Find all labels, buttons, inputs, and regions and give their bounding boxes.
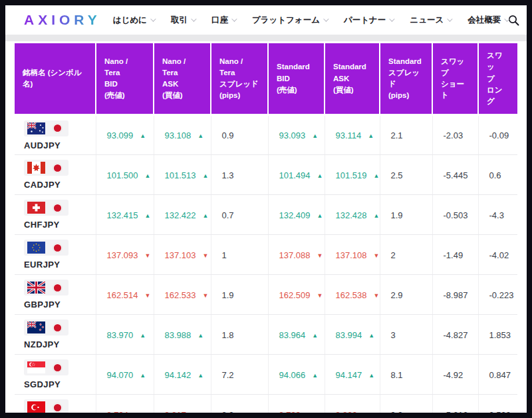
flag-jp-icon [53, 363, 63, 373]
value-cell: 0.847 [478, 355, 517, 395]
price-value: 83.964 [279, 330, 306, 340]
price-value: 8.729 [279, 410, 301, 413]
nav-item-label: 口座 [211, 15, 228, 26]
nav-item-2[interactable]: 取引 [171, 15, 195, 26]
cell-value: 0.6 [489, 170, 501, 180]
value-cell: 2.9 [380, 275, 432, 315]
value-cell: 1 [211, 235, 268, 275]
table-header-row: 銘柄名 (シンボル 名)Nano / Tera BID (売値)Nano / T… [15, 43, 517, 115]
value-cell: 1.853 [478, 315, 517, 355]
down-arrow-icon: ▼ [193, 412, 199, 413]
value-cell: -5.445 [432, 155, 478, 195]
price-cell: 8.817▼ [154, 395, 211, 413]
price-value: 132.409 [279, 210, 311, 220]
cell-value: 2 [391, 250, 396, 260]
symbol-cell: GBPJPY [15, 275, 96, 315]
up-arrow-icon: ▲ [312, 132, 318, 139]
down-arrow-icon: ▼ [364, 412, 370, 413]
rates-table-container: 銘柄名 (シンボル 名)Nano / Tera BID (売値)Nano / T… [15, 43, 517, 413]
price-value: 132.415 [107, 210, 138, 220]
value-cell: -4.3 [478, 195, 517, 235]
nav-item-1[interactable]: はじめに [113, 15, 154, 26]
price-value: 94.070 [107, 370, 134, 380]
search-button[interactable] [508, 15, 519, 26]
column-header-3: Nano / Tera ASK (買値) [154, 43, 211, 115]
table-row: CADJPY101.500▲101.513▲1.3101.494▲101.519… [15, 155, 517, 195]
price-value: 94.142 [165, 370, 192, 380]
down-arrow-icon: ▼ [135, 412, 141, 413]
flag-pair-chip [24, 240, 68, 256]
value-cell: 1.3 [211, 155, 268, 195]
value-cell: -1.49 [432, 235, 478, 275]
price-cell: 101.513▲ [154, 155, 211, 195]
down-arrow-icon: ▼ [374, 252, 380, 259]
price-cell: 162.514▼ [96, 275, 154, 315]
price-cell: 93.093▲ [268, 115, 325, 155]
flag-tr-icon [27, 401, 45, 413]
price-value: 83.970 [107, 330, 134, 340]
up-arrow-icon: ▲ [198, 372, 203, 379]
flag-pair-chip [24, 160, 68, 176]
nav-item-7[interactable]: 会社概要 [467, 15, 508, 26]
price-value: 137.093 [107, 250, 138, 260]
nav-item-3[interactable]: 口座 [211, 15, 235, 26]
down-arrow-icon: ▼ [145, 252, 151, 259]
price-cell: 8.729▼ [268, 395, 325, 413]
price-cell: 83.994▲ [325, 315, 380, 355]
price-cell: 137.088▼ [268, 235, 325, 275]
price-cell: 94.142▲ [154, 355, 211, 395]
table-body: AUDJPY93.099▲93.108▲0.993.093▲93.114▲2.1… [15, 115, 517, 413]
value-cell: 0.9 [211, 115, 268, 155]
price-cell: 83.988▲ [154, 315, 211, 355]
column-header-7: Standard スプレッ ド (pips) [380, 43, 432, 115]
value-cell: 1.9 [211, 275, 268, 315]
cell-value: 0.9 [222, 130, 234, 140]
price-cell: 83.964▲ [268, 315, 325, 355]
price-value: 162.509 [279, 290, 311, 300]
price-value: 8.734 [107, 410, 129, 413]
value-cell: 3.502 [478, 395, 517, 413]
column-header-4: Nano / Tera スプレッド (pips) [211, 43, 268, 115]
price-value: 94.066 [279, 370, 306, 380]
price-value: 162.514 [107, 290, 138, 300]
price-value: 83.994 [336, 330, 362, 340]
flag-pair-chip [24, 280, 68, 296]
value-cell: 1.9 [380, 195, 432, 235]
nav-item-label: 取引 [171, 15, 188, 26]
up-arrow-icon: ▲ [368, 132, 374, 139]
flag-jp-icon [53, 323, 63, 333]
table-row: GBPJPY162.514▼162.533▼1.9162.509▼162.538… [15, 275, 517, 315]
up-arrow-icon: ▲ [145, 172, 151, 179]
axiory-logo[interactable]: AXIORY [24, 12, 101, 28]
flag-jp-icon [53, 403, 63, 413]
chevron-down-icon [323, 16, 329, 21]
flag-jp-icon [53, 123, 63, 133]
cell-value: 8.1 [391, 370, 403, 380]
nav-item-6[interactable]: ニュース [410, 15, 451, 26]
price-cell: 132.422▲ [154, 195, 211, 235]
nav-item-5[interactable]: パートナー [344, 15, 393, 26]
nav-item-label: 会社概要 [467, 15, 501, 26]
symbol-cell: EURJPY [15, 235, 96, 275]
cell-value: -2.03 [444, 130, 464, 140]
symbol-cell: TRYJPY [15, 395, 96, 413]
flag-jp-icon [53, 283, 63, 293]
up-arrow-icon: ▲ [374, 212, 380, 219]
flag-pair-chip [24, 359, 68, 375]
value-cell: 8.3 [211, 395, 268, 413]
table-row: CHFJPY132.415▲132.422▲0.7132.409▲132.428… [15, 195, 517, 235]
price-cell: 93.114▲ [325, 115, 380, 155]
table-row: NZDJPY83.970▲83.988▲1.883.964▲83.994▲3-4… [15, 315, 517, 355]
nav-item-4[interactable]: プラットフォーム [252, 15, 327, 26]
up-arrow-icon: ▲ [317, 172, 323, 179]
value-cell: -4.02 [478, 235, 517, 275]
up-arrow-icon: ▲ [198, 332, 203, 339]
symbol-cell: CADJPY [15, 155, 96, 195]
price-value: 137.103 [165, 250, 196, 260]
table-row: TRYJPY8.734▼8.817▼8.38.729▼8.822▼9.3-5.3… [15, 395, 517, 413]
value-cell: 0.6 [478, 155, 517, 195]
up-arrow-icon: ▲ [312, 332, 318, 339]
down-arrow-icon: ▼ [145, 292, 151, 299]
value-cell: -4.92 [432, 355, 478, 395]
nav-right: 日本語 MyAxiory 口座開設 [508, 5, 527, 46]
